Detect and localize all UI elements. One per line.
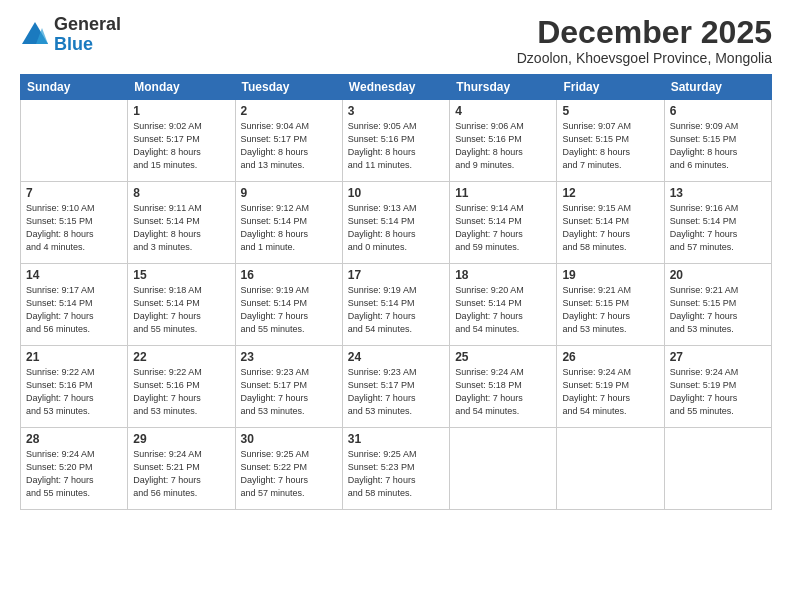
- header: General Blue December 2025 Dzoolon, Khoe…: [20, 15, 772, 66]
- calendar-cell: 19Sunrise: 9:21 AM Sunset: 5:15 PM Dayli…: [557, 264, 664, 346]
- day-info: Sunrise: 9:24 AM Sunset: 5:21 PM Dayligh…: [133, 448, 229, 500]
- day-number: 7: [26, 186, 122, 200]
- day-number: 26: [562, 350, 658, 364]
- day-number: 28: [26, 432, 122, 446]
- calendar-cell: 3Sunrise: 9:05 AM Sunset: 5:16 PM Daylig…: [342, 100, 449, 182]
- calendar-cell: 4Sunrise: 9:06 AM Sunset: 5:16 PM Daylig…: [450, 100, 557, 182]
- day-number: 17: [348, 268, 444, 282]
- col-wednesday: Wednesday: [342, 75, 449, 100]
- col-friday: Friday: [557, 75, 664, 100]
- col-tuesday: Tuesday: [235, 75, 342, 100]
- day-number: 9: [241, 186, 337, 200]
- day-number: 23: [241, 350, 337, 364]
- calendar-cell: 27Sunrise: 9:24 AM Sunset: 5:19 PM Dayli…: [664, 346, 771, 428]
- day-number: 27: [670, 350, 766, 364]
- calendar-cell: [557, 428, 664, 510]
- calendar-week-0: 1Sunrise: 9:02 AM Sunset: 5:17 PM Daylig…: [21, 100, 772, 182]
- day-info: Sunrise: 9:17 AM Sunset: 5:14 PM Dayligh…: [26, 284, 122, 336]
- calendar-cell: 28Sunrise: 9:24 AM Sunset: 5:20 PM Dayli…: [21, 428, 128, 510]
- calendar-week-1: 7Sunrise: 9:10 AM Sunset: 5:15 PM Daylig…: [21, 182, 772, 264]
- day-info: Sunrise: 9:19 AM Sunset: 5:14 PM Dayligh…: [348, 284, 444, 336]
- calendar-cell: 14Sunrise: 9:17 AM Sunset: 5:14 PM Dayli…: [21, 264, 128, 346]
- calendar-cell: [664, 428, 771, 510]
- day-info: Sunrise: 9:06 AM Sunset: 5:16 PM Dayligh…: [455, 120, 551, 172]
- subtitle: Dzoolon, Khoevsgoel Province, Mongolia: [517, 50, 772, 66]
- day-number: 25: [455, 350, 551, 364]
- col-monday: Monday: [128, 75, 235, 100]
- day-info: Sunrise: 9:10 AM Sunset: 5:15 PM Dayligh…: [26, 202, 122, 254]
- day-info: Sunrise: 9:25 AM Sunset: 5:22 PM Dayligh…: [241, 448, 337, 500]
- calendar-cell: 30Sunrise: 9:25 AM Sunset: 5:22 PM Dayli…: [235, 428, 342, 510]
- calendar-cell: 17Sunrise: 9:19 AM Sunset: 5:14 PM Dayli…: [342, 264, 449, 346]
- day-number: 12: [562, 186, 658, 200]
- title-section: December 2025 Dzoolon, Khoevsgoel Provin…: [517, 15, 772, 66]
- day-number: 31: [348, 432, 444, 446]
- day-number: 29: [133, 432, 229, 446]
- day-info: Sunrise: 9:16 AM Sunset: 5:14 PM Dayligh…: [670, 202, 766, 254]
- day-info: Sunrise: 9:13 AM Sunset: 5:14 PM Dayligh…: [348, 202, 444, 254]
- day-number: 1: [133, 104, 229, 118]
- col-saturday: Saturday: [664, 75, 771, 100]
- calendar-cell: 29Sunrise: 9:24 AM Sunset: 5:21 PM Dayli…: [128, 428, 235, 510]
- day-info: Sunrise: 9:21 AM Sunset: 5:15 PM Dayligh…: [562, 284, 658, 336]
- calendar-cell: [450, 428, 557, 510]
- day-number: 15: [133, 268, 229, 282]
- day-info: Sunrise: 9:02 AM Sunset: 5:17 PM Dayligh…: [133, 120, 229, 172]
- month-title: December 2025: [517, 15, 772, 50]
- day-number: 22: [133, 350, 229, 364]
- calendar-cell: 12Sunrise: 9:15 AM Sunset: 5:14 PM Dayli…: [557, 182, 664, 264]
- col-thursday: Thursday: [450, 75, 557, 100]
- day-number: 30: [241, 432, 337, 446]
- day-info: Sunrise: 9:24 AM Sunset: 5:19 PM Dayligh…: [670, 366, 766, 418]
- day-number: 16: [241, 268, 337, 282]
- day-info: Sunrise: 9:11 AM Sunset: 5:14 PM Dayligh…: [133, 202, 229, 254]
- calendar-cell: 16Sunrise: 9:19 AM Sunset: 5:14 PM Dayli…: [235, 264, 342, 346]
- calendar-table: Sunday Monday Tuesday Wednesday Thursday…: [20, 74, 772, 510]
- calendar-cell: 6Sunrise: 9:09 AM Sunset: 5:15 PM Daylig…: [664, 100, 771, 182]
- calendar-cell: 23Sunrise: 9:23 AM Sunset: 5:17 PM Dayli…: [235, 346, 342, 428]
- calendar-cell: 31Sunrise: 9:25 AM Sunset: 5:23 PM Dayli…: [342, 428, 449, 510]
- day-number: 21: [26, 350, 122, 364]
- day-number: 20: [670, 268, 766, 282]
- calendar-cell: 7Sunrise: 9:10 AM Sunset: 5:15 PM Daylig…: [21, 182, 128, 264]
- calendar-cell: 10Sunrise: 9:13 AM Sunset: 5:14 PM Dayli…: [342, 182, 449, 264]
- day-info: Sunrise: 9:15 AM Sunset: 5:14 PM Dayligh…: [562, 202, 658, 254]
- day-info: Sunrise: 9:23 AM Sunset: 5:17 PM Dayligh…: [348, 366, 444, 418]
- day-info: Sunrise: 9:23 AM Sunset: 5:17 PM Dayligh…: [241, 366, 337, 418]
- logo: General Blue: [20, 15, 121, 55]
- page: General Blue December 2025 Dzoolon, Khoe…: [0, 0, 792, 612]
- day-info: Sunrise: 9:04 AM Sunset: 5:17 PM Dayligh…: [241, 120, 337, 172]
- logo-text: General Blue: [54, 15, 121, 55]
- day-number: 11: [455, 186, 551, 200]
- calendar-cell: 9Sunrise: 9:12 AM Sunset: 5:14 PM Daylig…: [235, 182, 342, 264]
- day-info: Sunrise: 9:21 AM Sunset: 5:15 PM Dayligh…: [670, 284, 766, 336]
- day-number: 18: [455, 268, 551, 282]
- calendar-cell: 25Sunrise: 9:24 AM Sunset: 5:18 PM Dayli…: [450, 346, 557, 428]
- calendar-week-3: 21Sunrise: 9:22 AM Sunset: 5:16 PM Dayli…: [21, 346, 772, 428]
- day-number: 19: [562, 268, 658, 282]
- calendar-cell: 5Sunrise: 9:07 AM Sunset: 5:15 PM Daylig…: [557, 100, 664, 182]
- day-info: Sunrise: 9:22 AM Sunset: 5:16 PM Dayligh…: [133, 366, 229, 418]
- calendar-cell: 1Sunrise: 9:02 AM Sunset: 5:17 PM Daylig…: [128, 100, 235, 182]
- logo-icon: [20, 20, 50, 50]
- header-row: Sunday Monday Tuesday Wednesday Thursday…: [21, 75, 772, 100]
- day-info: Sunrise: 9:18 AM Sunset: 5:14 PM Dayligh…: [133, 284, 229, 336]
- day-info: Sunrise: 9:22 AM Sunset: 5:16 PM Dayligh…: [26, 366, 122, 418]
- calendar-cell: 11Sunrise: 9:14 AM Sunset: 5:14 PM Dayli…: [450, 182, 557, 264]
- day-number: 2: [241, 104, 337, 118]
- day-number: 10: [348, 186, 444, 200]
- day-info: Sunrise: 9:19 AM Sunset: 5:14 PM Dayligh…: [241, 284, 337, 336]
- day-number: 14: [26, 268, 122, 282]
- calendar-cell: 24Sunrise: 9:23 AM Sunset: 5:17 PM Dayli…: [342, 346, 449, 428]
- calendar-cell: 20Sunrise: 9:21 AM Sunset: 5:15 PM Dayli…: [664, 264, 771, 346]
- day-info: Sunrise: 9:24 AM Sunset: 5:18 PM Dayligh…: [455, 366, 551, 418]
- day-info: Sunrise: 9:12 AM Sunset: 5:14 PM Dayligh…: [241, 202, 337, 254]
- day-number: 6: [670, 104, 766, 118]
- day-info: Sunrise: 9:25 AM Sunset: 5:23 PM Dayligh…: [348, 448, 444, 500]
- day-info: Sunrise: 9:24 AM Sunset: 5:20 PM Dayligh…: [26, 448, 122, 500]
- calendar-week-2: 14Sunrise: 9:17 AM Sunset: 5:14 PM Dayli…: [21, 264, 772, 346]
- day-info: Sunrise: 9:09 AM Sunset: 5:15 PM Dayligh…: [670, 120, 766, 172]
- day-number: 4: [455, 104, 551, 118]
- calendar-cell: 2Sunrise: 9:04 AM Sunset: 5:17 PM Daylig…: [235, 100, 342, 182]
- day-info: Sunrise: 9:14 AM Sunset: 5:14 PM Dayligh…: [455, 202, 551, 254]
